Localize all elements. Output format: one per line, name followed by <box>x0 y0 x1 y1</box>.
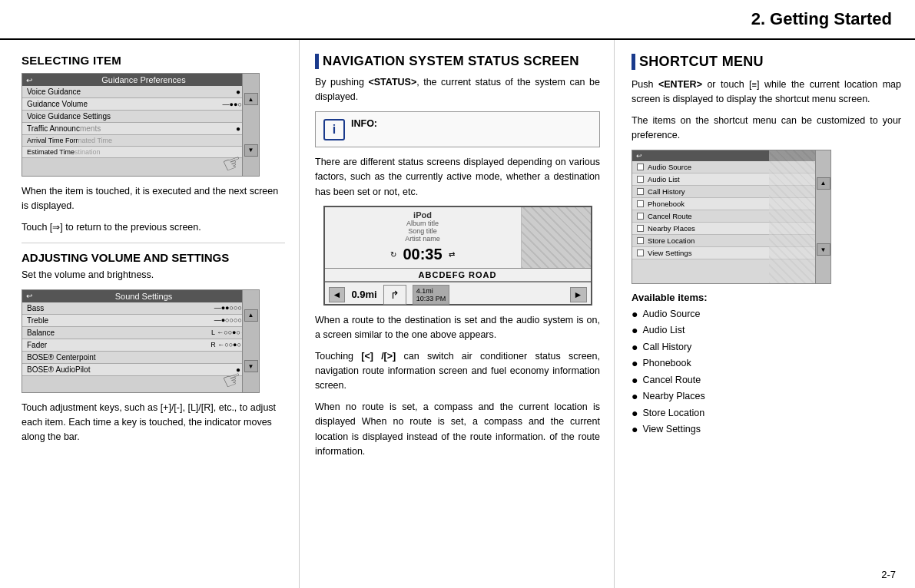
nav-down-btn[interactable]: ▼ <box>244 144 258 157</box>
ns-top-section: iPod Album titleSong titleArtist name ↻ … <box>325 207 591 269</box>
ns-bottom-section: ◄ 0.9mi ↱ 4.1mi10:33 PM ► <box>325 282 591 307</box>
info-box: i INFO: <box>315 111 600 147</box>
ns-next-btn[interactable]: ► <box>570 287 587 302</box>
ns-road-section: ABCDEFG ROAD <box>325 269 591 282</box>
bullet-icon: ● <box>632 324 638 337</box>
selecting-item-para2: Touch [⇒] to return to the previous scre… <box>22 220 285 235</box>
bullet-icon: ● <box>632 357 638 370</box>
back-icon: ↩ <box>26 76 32 84</box>
shortcut-para2: The items on the shortcut menu can be cu… <box>632 114 901 144</box>
shortcut-back-icon: ↩ <box>636 152 642 160</box>
list-item-audio-list: ● Audio List <box>632 324 901 338</box>
shortcut-menu-heading-container: SHORTCUT MENU <box>632 54 901 70</box>
ipod-label: iPod <box>413 210 432 220</box>
col-divider <box>22 243 285 243</box>
gs-row-arrival-time: Arrival Time Forrnated Time <box>22 135 259 147</box>
list-item-audio-source: ● Audio Source <box>632 308 901 322</box>
road-name: ABCDEFG ROAD <box>331 270 585 279</box>
middle-column: NAVIGATION SYSTEM STATUS SCREEN By pushi… <box>300 40 615 588</box>
sound-nav-up-btn[interactable]: ▲ <box>244 309 258 322</box>
adjusting-para4: Touch adjustment keys, such as [+]/[-], … <box>22 401 285 445</box>
nav-status-heading: NAVIGATION SYSTEM STATUS SCREEN <box>323 54 600 69</box>
info-detail-text: There are different status screens displ… <box>315 155 600 200</box>
info-content: INFO: <box>351 118 377 129</box>
nav-status-para4: When no route is set, a compass and the … <box>315 400 600 460</box>
sc-checkbox-nearby-places[interactable] <box>637 225 644 232</box>
sound-screen-nav: ▲ ▼ <box>242 290 259 392</box>
sound-row-treble: Treble —●○○○○○○+ <box>22 315 259 327</box>
left-column: SELECTING ITEM ↩ Guidance Preferences Vo… <box>0 40 300 588</box>
page-number: 2-7 <box>881 569 896 580</box>
list-item-view-settings: ● View Settings <box>632 423 901 437</box>
ns-distance: 0.9mi <box>348 289 380 300</box>
sound-nav-down-btn[interactable]: ▼ <box>244 360 258 372</box>
bullet-icon: ● <box>632 390 638 403</box>
sound-row-centerpoint: BOSE® Centerpoint ON <box>22 352 259 364</box>
bullet-icon: ● <box>632 308 638 321</box>
ns-turn-arrow: ↱ <box>383 285 406 305</box>
gs-row-voice-settings: Voice Guidance Settings › <box>22 111 259 123</box>
nav-up-btn[interactable]: ▲ <box>244 93 258 105</box>
selecting-item-para1: When the item is touched, it is executed… <box>22 184 285 214</box>
shortcut-para1: Push <ENTER> or touch [≡] while the curr… <box>632 78 901 107</box>
sc-checkbox-store-location[interactable] <box>637 237 644 244</box>
shortcut-screen-nav: ▲ ▼ <box>815 150 830 283</box>
sound-screen-titlebar: ↩ Sound Settings <box>22 290 259 302</box>
nav-status-heading-container: NAVIGATION SYSTEM STATUS SCREEN <box>315 54 600 69</box>
list-item-call-history: ● Call History <box>632 341 901 355</box>
bullet-icon: ● <box>632 374 638 387</box>
sound-screen-mockup: ↩ Sound Settings Bass —●●○○○○○+ Treble —… <box>22 289 260 393</box>
guidance-screen-titlebar: ↩ Guidance Preferences <box>22 74 259 86</box>
gs-row-guidance-volume: Guidance Volume —●●○○○+ <box>22 98 259 111</box>
guidance-screen-mockup: ↩ Guidance Preferences Voice Guidance ●O… <box>22 73 260 177</box>
page-header: 2. Getting Started <box>0 0 915 40</box>
available-items-heading: Available items: <box>632 292 901 303</box>
bullet-icon: ● <box>632 341 638 354</box>
sc-checkbox-audio-source[interactable] <box>637 164 644 170</box>
bullet-icon: ● <box>632 423 638 436</box>
nav-status-screen-mockup: iPod Album titleSong titleArtist name ↻ … <box>323 206 592 306</box>
sc-checkbox-call-history[interactable] <box>637 188 644 195</box>
ns-controls-row: ↻ 00:35 ⇄ <box>390 244 454 265</box>
blue-accent-bar <box>315 54 319 69</box>
shortcut-screen-mockup: ↩ Audio Source Audio List Call History <box>632 150 831 284</box>
repeat-icon: ↻ <box>390 250 396 259</box>
time-display: 00:35 <box>403 246 442 263</box>
guidance-screen-nav: ▲ ▼ <box>242 74 259 176</box>
info-label: INFO: <box>351 118 377 129</box>
nav-status-para2: When a route to the destination is set a… <box>315 313 600 343</box>
info-icon: i <box>323 119 345 140</box>
ns-left-section: iPod Album titleSong titleArtist name ↻ … <box>325 207 522 268</box>
sc-checkbox-view-settings[interactable] <box>637 249 644 256</box>
list-item-nearby-places: ● Nearby Places <box>632 390 901 404</box>
list-item-cancel-route: ● Cancel Route <box>632 374 901 388</box>
nav-status-para1: By pushing <STATUS>, the current status … <box>315 75 600 105</box>
list-item-phonebook: ● Phonebook <box>632 357 901 371</box>
ns-prev-btn[interactable]: ◄ <box>329 287 346 302</box>
ns-map-area <box>522 207 591 268</box>
list-item-store-location: ● Store Location <box>632 407 901 421</box>
sc-checkbox-phonebook[interactable] <box>637 200 644 207</box>
shortcut-menu-heading: SHORTCUT MENU <box>639 54 901 70</box>
sound-screen-title: Sound Settings <box>32 292 255 301</box>
adjusting-para3: Set the volume and brightness. <box>22 268 285 282</box>
shuffle-icon: ⇄ <box>449 250 455 259</box>
bullet-icon: ● <box>632 407 638 420</box>
nav-status-para3: Touching [<] /[>] can switch air conditi… <box>315 349 600 394</box>
guidance-screen-title: Guidance Preferences <box>32 75 255 84</box>
adjusting-volume-heading: ADJUSTING VOLUME AND SETTINGS <box>22 251 285 264</box>
sound-row-fader: Fader R ←○○●○→ F <box>22 339 259 352</box>
shortcut-blue-bar <box>632 54 635 70</box>
gs-row-traffic: Traffic Announcments ●ON <box>22 123 259 135</box>
available-items-list: ● Audio Source ● Audio List ● Call Histo… <box>632 308 901 437</box>
main-content: SELECTING ITEM ↩ Guidance Preferences Vo… <box>0 40 915 588</box>
shortcut-nav-down-btn[interactable]: ▼ <box>817 243 830 256</box>
right-column: SHORTCUT MENU Push <ENTER> or touch [≡] … <box>615 40 915 588</box>
sc-checkbox-cancel-route[interactable] <box>637 213 644 220</box>
gs-row-voice-guidance: Voice Guidance ●ON <box>22 86 259 98</box>
sound-back-icon: ↩ <box>26 292 32 300</box>
sc-checkbox-audio-list[interactable] <box>637 176 644 183</box>
shortcut-nav-up-btn[interactable]: ▲ <box>817 177 830 190</box>
sound-row-bass: Bass —●●○○○○○+ <box>22 302 259 315</box>
album-info: Album titleSong titleArtist name <box>405 220 440 243</box>
